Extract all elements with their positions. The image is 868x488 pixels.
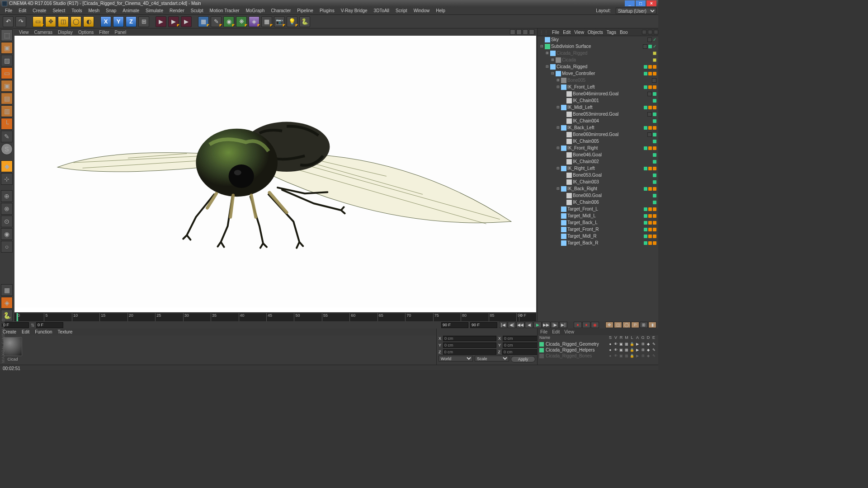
object-row[interactable]: Target_Midl_R (538, 233, 658, 239)
viewport[interactable] (14, 36, 536, 312)
vis-dot[interactable] (653, 180, 656, 184)
menu-script[interactable]: Script (392, 8, 410, 13)
vis-dot[interactable] (653, 167, 656, 170)
layer-toggle-icon[interactable]: ▣ (618, 342, 624, 346)
object-row[interactable]: IK_Chain006 (538, 199, 658, 206)
vis-dot[interactable] (653, 235, 656, 238)
object-row[interactable]: IK_Chain004 (538, 117, 658, 124)
expand-icon[interactable]: ⊞ (550, 58, 555, 62)
object-row[interactable]: IK_Chain002 (538, 158, 658, 165)
key-pla-button[interactable]: ⊞ (640, 322, 648, 328)
object-row[interactable]: IK_Chain003 (538, 178, 658, 185)
obj-hdr-icon[interactable] (648, 30, 652, 34)
snap-button[interactable]: S (1, 143, 13, 155)
layer-toggle-icon[interactable]: ● (608, 354, 613, 358)
layer-toggle-icon[interactable]: ▣ (618, 354, 624, 358)
object-row[interactable]: Target_Front_R (538, 226, 658, 233)
layertab-file[interactable]: File (540, 329, 547, 334)
layer-row[interactable]: Cicada_Rigged_Geometry●👁▣▦🔒▶⊞◆✎ (538, 341, 658, 347)
layer-toggle-icon[interactable]: ⊞ (640, 348, 646, 352)
vis-dot[interactable] (648, 126, 652, 130)
layer-mark-icon[interactable] (647, 92, 652, 96)
expand-icon[interactable]: ⊟ (556, 105, 560, 109)
object-row[interactable]: ⊟IK_Front_Left (538, 84, 658, 90)
workplane-lock-button[interactable]: ◆ (1, 160, 13, 172)
vis-dot[interactable] (644, 65, 647, 69)
layer-toggle-icon[interactable]: ⊞ (640, 354, 646, 358)
object-row[interactable]: Bone053.Goal (538, 172, 658, 178)
matmenu-edit[interactable]: Edit (22, 329, 29, 334)
record-button[interactable]: ● (574, 322, 582, 328)
layer-row[interactable]: Cicada_Rigged_Helpers●👁▣▦🔒▶⊞◆✎ (538, 347, 658, 353)
layer-toggle-icon[interactable]: ▶ (635, 354, 640, 358)
vis-dot[interactable] (653, 160, 656, 164)
layer-toggle-icon[interactable]: ▦ (624, 342, 629, 346)
menu-help[interactable]: Help (433, 8, 448, 13)
objtab-boo[interactable]: Boo (620, 30, 628, 35)
vis-dot[interactable] (648, 45, 652, 48)
obj-hdr-icon[interactable] (642, 30, 646, 34)
object-row[interactable]: Target_Front_L (538, 206, 658, 212)
check-icon[interactable]: ✓ (653, 37, 656, 42)
coord-scale-select[interactable]: Scale (475, 356, 509, 361)
object-row[interactable]: Target_Back_L (538, 219, 658, 226)
add-camera-button[interactable]: 📷 (274, 16, 285, 27)
expand-icon[interactable]: ⊟ (550, 71, 555, 75)
menu-window[interactable]: Window (410, 8, 433, 13)
vis-dot[interactable] (653, 241, 656, 245)
goto-start-button[interactable]: |◀ (499, 322, 507, 328)
hud-button[interactable]: ◈ (1, 297, 13, 309)
misc-tool-5[interactable]: ◉ (1, 228, 13, 240)
workplane-button[interactable]: ▭ (1, 67, 13, 79)
vis-dot[interactable] (644, 72, 647, 75)
add-pen-button[interactable]: ✎ (211, 16, 222, 27)
structure-button[interactable]: ▦ (1, 284, 13, 296)
vp-icon-3[interactable] (523, 29, 528, 35)
misc-tool-2[interactable]: ⊕ (1, 190, 13, 202)
object-row[interactable]: ⊟Cicada_Rigged (538, 63, 658, 70)
vis-dot[interactable] (644, 85, 647, 89)
make-editable-button[interactable]: ⬚ (1, 29, 13, 41)
object-row[interactable]: Bone060.Goal (538, 192, 658, 199)
menu-select[interactable]: Select (49, 8, 68, 13)
coord-world-select[interactable]: World (439, 356, 473, 361)
vis-dot[interactable] (653, 106, 656, 109)
vis-dot[interactable] (648, 235, 652, 238)
move-tool[interactable]: ✥ (45, 16, 56, 27)
vis-dot[interactable] (648, 106, 652, 109)
layer-toggle-icon[interactable]: ⊞ (640, 342, 646, 346)
vp-icon-1[interactable] (510, 29, 515, 35)
layer-swatch[interactable] (539, 348, 544, 352)
object-row[interactable]: ⊟IK_Back_Right (538, 185, 658, 192)
layertab-view[interactable]: View (564, 329, 574, 334)
layer-toggle-icon[interactable]: 👁 (613, 348, 618, 352)
key-scale-button[interactable]: ◫ (614, 322, 622, 328)
maximize-button[interactable]: □ (636, 0, 646, 6)
misc-tool-4[interactable]: ⊙ (1, 216, 13, 227)
layer-toggle-icon[interactable]: 🔒 (629, 354, 635, 358)
check-icon[interactable]: ✓ (653, 44, 656, 49)
range-b-input[interactable] (470, 322, 497, 328)
menu-mograph[interactable]: MoGraph (243, 8, 268, 13)
vis-dot[interactable] (653, 214, 656, 218)
misc-tool-3[interactable]: ⊗ (1, 203, 13, 215)
layer-toggle-icon[interactable]: ◆ (646, 354, 651, 358)
vp-menu-options[interactable]: Options (75, 30, 96, 35)
vis-dot[interactable] (648, 65, 652, 69)
vp-menu-cameras[interactable]: Cameras (32, 30, 56, 35)
vis-dot[interactable] (653, 58, 656, 62)
expand-icon[interactable]: ⊞ (556, 78, 560, 82)
layer-mark-icon[interactable] (652, 78, 656, 83)
add-generator-button[interactable]: ❋ (236, 16, 247, 27)
vis-dot[interactable] (653, 194, 656, 197)
add-environment-button[interactable]: ▦ (261, 16, 272, 27)
vis-dot[interactable] (653, 65, 656, 69)
layer-toggle-icon[interactable]: 👁 (613, 354, 618, 358)
layer-toggle-icon[interactable]: ● (608, 348, 613, 352)
vis-dot[interactable] (653, 113, 656, 116)
object-row[interactable]: IK_Chain005 (538, 138, 658, 145)
vis-dot[interactable] (644, 241, 647, 245)
object-tree[interactable]: Sky✓⊟Subdivision Surface✓⊞Cicada_Rigged⊞… (538, 36, 658, 321)
vis-dot[interactable] (648, 167, 652, 170)
menu-animate[interactable]: Animate (119, 8, 142, 13)
